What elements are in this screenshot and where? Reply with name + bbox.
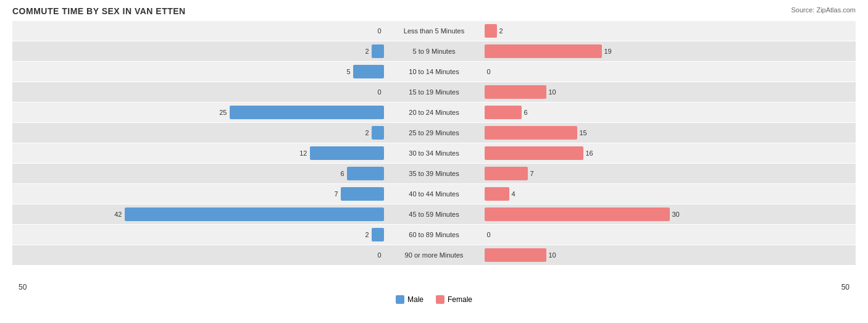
female-value-label: 15 (580, 129, 587, 136)
chart-container: COMMUTE TIME BY SEX IN VAN ETTEN Source:… (0, 0, 868, 323)
row-label: 10 to 14 Minutes (386, 68, 482, 75)
female-bar (485, 146, 583, 160)
row-label: 20 to 24 Minutes (386, 109, 482, 116)
chart-row: 4245 to 59 Minutes30 (12, 204, 856, 224)
row-label: Less than 5 Minutes (386, 27, 482, 35)
chart-row: 1230 to 34 Minutes16 (12, 143, 856, 163)
chart-row: 0Less than 5 Minutes2 (12, 21, 856, 41)
row-label: 25 to 29 Minutes (386, 129, 482, 136)
male-value-label: 2 (357, 231, 369, 238)
male-value-label: 5 (338, 68, 351, 75)
row-label: 5 to 9 Minutes (386, 48, 482, 55)
row-label: 15 to 19 Minutes (386, 88, 482, 96)
chart-row: 225 to 29 Minutes15 (12, 123, 856, 143)
female-value-label: 10 (549, 88, 556, 96)
chart-row: 635 to 39 Minutes7 (12, 164, 856, 183)
legend-male: Male (396, 295, 424, 304)
legend-male-box (396, 295, 404, 304)
legend: Male Female (12, 295, 856, 304)
female-value-label: 7 (530, 170, 534, 177)
chart-title: COMMUTE TIME BY SEX IN VAN ETTEN (12, 6, 856, 16)
female-value-label: 30 (672, 211, 680, 218)
female-value-label: 10 (549, 251, 556, 259)
female-value-label: 19 (604, 48, 612, 55)
chart-row: 25 to 9 Minutes19 (12, 41, 856, 61)
chart-row: 740 to 44 Minutes4 (12, 184, 856, 204)
male-value-label: 0 (369, 88, 382, 96)
legend-female-label: Female (448, 295, 472, 304)
male-bar (372, 228, 384, 241)
female-bar (485, 208, 670, 221)
female-bar (485, 126, 577, 140)
male-value-label: 25 (215, 109, 227, 116)
row-label: 40 to 44 Minutes (386, 190, 482, 198)
female-bar (485, 248, 546, 262)
x-axis-left-label: 50 (19, 283, 27, 292)
chart-row: 260 to 89 Minutes0 (12, 225, 856, 245)
male-bar (310, 146, 384, 160)
male-bar (353, 65, 384, 78)
female-value-label: 2 (499, 27, 503, 35)
chart-row: 2520 to 24 Minutes6 (12, 103, 856, 122)
female-value-label: 4 (512, 190, 515, 198)
x-axis: 50 50 (12, 283, 856, 292)
female-value-label: 6 (524, 109, 528, 116)
male-bar (372, 126, 384, 140)
legend-female-box (436, 295, 444, 304)
female-bar (485, 167, 528, 180)
row-label: 90 or more Minutes (386, 251, 482, 259)
female-bar (485, 106, 522, 119)
row-label: 30 to 34 Minutes (386, 149, 482, 157)
male-value-label: 2 (357, 48, 369, 55)
chart-row: 510 to 14 Minutes0 (12, 62, 856, 82)
female-bar (485, 24, 497, 38)
female-value-label: 16 (586, 149, 593, 157)
male-bar (372, 44, 384, 58)
male-value-label: 2 (357, 129, 369, 136)
male-value-label: 0 (369, 251, 382, 259)
male-bar (125, 208, 384, 221)
female-bar (485, 44, 602, 58)
x-axis-right-label: 50 (841, 283, 849, 292)
female-bar (485, 187, 509, 201)
legend-male-label: Male (407, 295, 424, 304)
row-label: 45 to 59 Minutes (386, 211, 482, 218)
male-value-label: 6 (332, 170, 344, 177)
source-label: Source: ZipAtlas.com (791, 6, 856, 14)
female-bar (485, 85, 546, 99)
male-bar (230, 106, 384, 119)
female-value-label: 0 (487, 231, 491, 238)
male-value-label: 0 (369, 27, 382, 35)
male-bar (341, 187, 384, 201)
male-value-label: 42 (110, 211, 122, 218)
chart-area: 0Less than 5 Minutes225 to 9 Minutes1951… (12, 21, 856, 280)
row-label: 60 to 89 Minutes (386, 231, 482, 238)
male-value-label: 12 (295, 149, 307, 157)
male-bar (347, 167, 384, 180)
chart-row: 090 or more Minutes10 (12, 245, 856, 265)
female-value-label: 0 (487, 68, 491, 75)
row-label: 35 to 39 Minutes (386, 170, 482, 177)
male-value-label: 7 (326, 190, 338, 198)
chart-row: 015 to 19 Minutes10 (12, 82, 856, 102)
legend-female: Female (436, 295, 472, 304)
